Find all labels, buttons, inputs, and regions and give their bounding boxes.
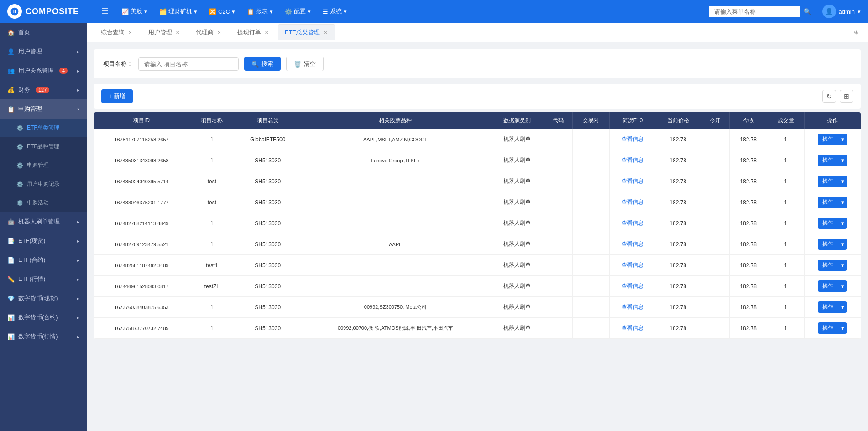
sidebar-item-digital-market[interactable]: 📊 数字货币(行情) ▸ <box>0 327 87 346</box>
tab-agent[interactable]: 代理商 ✕ <box>189 24 229 40</box>
username: admin <box>839 8 855 15</box>
sidebar-item-etf-futures[interactable]: 📄 ETF(合约) ▸ <box>0 250 87 270</box>
op-main-btn[interactable]: 操作 <box>818 218 838 229</box>
add-button[interactable]: + 新增 <box>101 89 133 103</box>
tab-close-overview[interactable]: ✕ <box>127 29 133 36</box>
sidebar-item-digital-futures[interactable]: 📊 数字货币(合约) ▸ <box>0 308 87 327</box>
cell-datasource: 机器人刷单 <box>490 171 544 192</box>
sidebar-home-label: 首页 <box>18 28 30 36</box>
table-row: 167485031343098 2658 1 SH513030 Lenovo G… <box>94 150 861 171</box>
menu-toggle[interactable]: ☰ <box>98 5 112 18</box>
nav-stocks[interactable]: 📈 美股 ▾ <box>116 5 153 18</box>
op-dropdown-btn[interactable]: ▾ <box>838 239 847 250</box>
nav-mining[interactable]: 🗂️ 理财矿机 ▾ <box>154 5 203 18</box>
nav-search-btn[interactable]: 🔍 <box>800 6 815 17</box>
tab-close-withdraw[interactable]: ✕ <box>264 29 269 36</box>
tab-close-agent[interactable]: ✕ <box>216 29 222 36</box>
cell-related <box>301 192 490 213</box>
table-row: 167483046375201 1777 test SH513030 机器人刷单… <box>94 192 861 213</box>
cell-f10[interactable]: 查看信息 <box>610 234 655 255</box>
op-main-btn[interactable]: 操作 <box>818 239 838 250</box>
op-dropdown-btn[interactable]: ▾ <box>838 134 847 145</box>
sidebar-item-subscribe-activity[interactable]: ⚙️ 申购活动 <box>0 193 87 212</box>
tab-etf-category[interactable]: ETF总类管理 ✕ <box>278 24 335 40</box>
tab-expand-btn[interactable]: ⊕ <box>852 27 861 37</box>
tab-close-etfcat[interactable]: ✕ <box>323 29 328 36</box>
sidebar-item-home[interactable]: 🏠 首页 <box>0 23 87 42</box>
op-dropdown-btn[interactable]: ▾ <box>838 197 847 208</box>
sidebar-item-finance[interactable]: 💰 财务 127 ▸ <box>0 80 87 99</box>
sidebar-item-user-mgmt[interactable]: 👤 用户管理 ▸ <box>0 42 87 61</box>
nav-search-input[interactable] <box>709 6 800 17</box>
cell-f10[interactable]: 查看信息 <box>610 150 655 171</box>
cell-f10[interactable]: 查看信息 <box>610 213 655 234</box>
sidebar-etfcat-label: ETF总类管理 <box>27 124 59 132</box>
tab-user-mgmt[interactable]: 用户管理 ✕ <box>141 24 187 40</box>
sidebar-item-subscribe[interactable]: 📋 申购管理 ▾ <box>0 99 87 119</box>
settings-button[interactable]: ⊞ <box>840 90 853 103</box>
expand-icon: ▸ <box>77 49 79 54</box>
op-dropdown-btn[interactable]: ▾ <box>838 322 847 334</box>
op-main-btn[interactable]: 操作 <box>818 134 838 145</box>
op-dropdown-btn[interactable]: ▾ <box>838 218 847 229</box>
sidebar-item-user-subscribe[interactable]: ⚙️ 用户申购记录 <box>0 175 87 193</box>
cell-close: 182.78 <box>729 234 767 255</box>
op-main-btn[interactable]: 操作 <box>818 301 838 313</box>
project-name-input[interactable] <box>138 57 239 71</box>
cell-trading-pair <box>573 150 610 171</box>
tab-withdraw[interactable]: 提现订单 ✕ <box>230 24 276 40</box>
nav-c2c[interactable]: 🔀 C2C ▾ <box>204 5 241 18</box>
cell-f10[interactable]: 查看信息 <box>610 171 655 192</box>
finance-icon: 💰 <box>7 87 15 93</box>
op-wrap: 操作 ▾ <box>818 301 847 313</box>
cell-f10[interactable]: 查看信息 <box>610 276 655 297</box>
cell-f10[interactable]: 查看信息 <box>610 297 655 318</box>
refresh-button[interactable]: ↻ <box>822 90 836 103</box>
op-dropdown-btn[interactable]: ▾ <box>838 155 847 166</box>
cell-trading-pair <box>573 318 610 339</box>
cell-volume: 1 <box>767 318 804 339</box>
nav-user[interactable]: 👤 admin ▾ <box>822 5 861 18</box>
cell-f10[interactable]: 查看信息 <box>610 129 655 150</box>
sidebar-item-etf-category[interactable]: ⚙️ ETF总类管理 <box>0 119 87 137</box>
op-dropdown-btn[interactable]: ▾ <box>838 260 847 271</box>
op-main-btn[interactable]: 操作 <box>818 197 838 208</box>
nav-reports[interactable]: 📋 报表 ▾ <box>241 5 278 18</box>
content-area: 综合查询 ✕ 用户管理 ✕ 代理商 ✕ 提现订单 ✕ ETF总类管理 ✕ ⊕ <box>87 23 868 431</box>
cell-price: 182.78 <box>655 213 701 234</box>
sidebar-item-robot-mgmt[interactable]: 🤖 机器人刷单管理 ▸ <box>0 212 87 231</box>
op-dropdown-btn[interactable]: ▾ <box>838 280 847 292</box>
cell-f10[interactable]: 查看信息 <box>610 255 655 276</box>
tab-overview-label: 综合查询 <box>101 28 125 36</box>
cell-trading-pair <box>573 234 610 255</box>
op-main-btn[interactable]: 操作 <box>818 322 838 334</box>
op-dropdown-btn[interactable]: ▾ <box>838 176 847 187</box>
sidebar-item-user-rel[interactable]: 👥 用户关系管理 4 ▸ <box>0 61 87 80</box>
sidebar-item-subscribe-mgmt[interactable]: ⚙️ 申购管理 <box>0 156 87 175</box>
cell-f10[interactable]: 查看信息 <box>610 192 655 213</box>
op-main-btn[interactable]: 操作 <box>818 155 838 166</box>
app-title: COMPOSITE <box>26 7 79 16</box>
expand-icon-5: ▸ <box>77 219 79 224</box>
sidebar-item-etf-spot[interactable]: 📑 ETF(现货) ▸ <box>0 231 87 250</box>
sidebar-item-digital-spot[interactable]: 💎 数字货币(现货) ▸ <box>0 289 87 308</box>
cell-f10[interactable]: 查看信息 <box>610 318 655 339</box>
sidebar-item-etf-market[interactable]: ✏️ ETF(行情) ▸ <box>0 270 87 289</box>
op-main-btn[interactable]: 操作 <box>818 280 838 292</box>
op-dropdown-btn[interactable]: ▾ <box>838 301 847 313</box>
cell-id: 167485024040395 5714 <box>94 171 189 192</box>
nav-system[interactable]: ☰ 系统 ▾ <box>317 5 352 18</box>
sidebar-item-etf-variety[interactable]: ⚙️ ETF品种管理 <box>0 137 87 156</box>
tab-close-usermgmt[interactable]: ✕ <box>175 29 180 36</box>
op-main-btn[interactable]: 操作 <box>818 260 838 271</box>
tab-overview[interactable]: 综合查询 ✕ <box>94 24 140 40</box>
op-main-btn[interactable]: 操作 <box>818 176 838 187</box>
cell-datasource: 机器人刷单 <box>490 213 544 234</box>
search-button[interactable]: 🔍 搜索 <box>244 57 281 71</box>
data-table: 项目ID 项目名称 项目总类 相关股票品种 数据源类别 代码 交易对 简况F10… <box>94 112 861 339</box>
toolbar: + 新增 ↻ ⊞ <box>94 84 861 109</box>
top-navigation: COMPOSITE ☰ 📈 美股 ▾ 🗂️ 理财矿机 ▾ 🔀 C2C ▾ 📋 报… <box>0 0 868 23</box>
clear-button[interactable]: 🗑️ 清空 <box>286 57 324 71</box>
cell-open <box>701 192 730 213</box>
nav-config[interactable]: ⚙️ 配置 ▾ <box>279 5 316 18</box>
